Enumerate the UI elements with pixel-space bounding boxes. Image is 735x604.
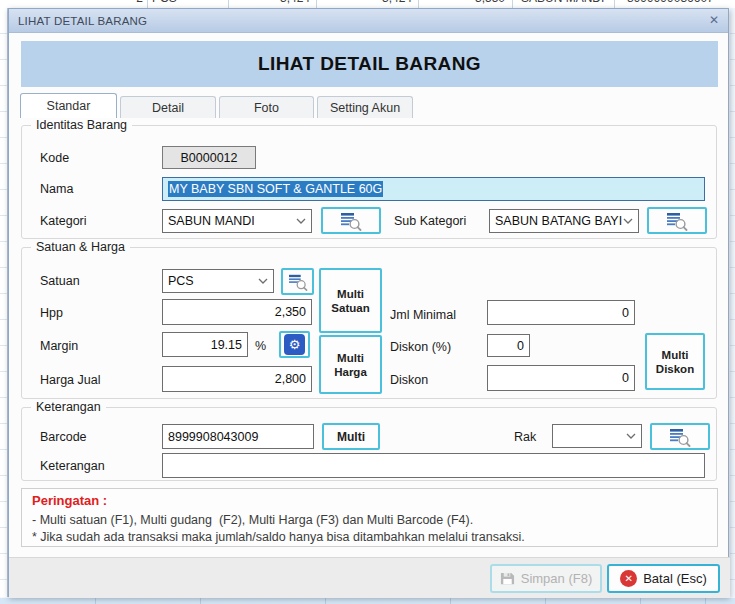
- diskon-label: Diskon: [390, 373, 428, 387]
- button-label: Harga: [334, 365, 367, 379]
- tab-label: Setting Akun: [330, 101, 400, 115]
- satuan-browse-button[interactable]: [281, 268, 314, 295]
- bg-cell: 3,424: [332, 0, 412, 5]
- rak-browse-button[interactable]: [650, 423, 710, 450]
- bg-gridline: [316, 0, 317, 8]
- dialog-titlebar: LIHAT DETAIL BARANG ✕: [9, 9, 728, 33]
- diskon-field[interactable]: 0: [487, 365, 635, 391]
- diskon-persen-value: 0: [517, 339, 524, 353]
- tab-detail[interactable]: Detail: [120, 96, 216, 118]
- kode-value: B0000012: [180, 151, 237, 165]
- bg-cell: SABUN MANDI: [521, 0, 604, 5]
- chevron-down-icon: [626, 433, 636, 439]
- tab-label: Standar: [47, 99, 91, 113]
- multi-diskon-button[interactable]: Multi Diskon: [645, 333, 705, 390]
- groupbox-legend: Keterangan: [31, 400, 106, 414]
- margin-unit-label: %: [255, 339, 266, 353]
- hpp-value: 2,350: [275, 305, 306, 319]
- diskon-persen-label: Diskon (%): [390, 340, 451, 354]
- satuan-label: Satuan: [40, 274, 80, 288]
- kode-label: Kode: [40, 151, 69, 165]
- sub-kategori-dropdown[interactable]: SABUN BATANG BAYI: [489, 209, 639, 233]
- jml-minimal-label: Jml Minimal: [390, 308, 456, 322]
- button-label: Diskon: [656, 362, 694, 376]
- batal-button[interactable]: ✕ Batal (Esc): [607, 564, 720, 593]
- list-search-icon: [665, 211, 689, 231]
- bg-cell: 8999999036607: [627, 0, 714, 5]
- dialog-title: LIHAT DETAIL BARANG: [9, 15, 147, 27]
- chevron-down-icon: [623, 218, 633, 224]
- kategori-dropdown[interactable]: SABUN MANDI: [162, 209, 312, 233]
- chevron-down-icon: [258, 278, 268, 284]
- satuan-dropdown[interactable]: PCS: [162, 269, 274, 293]
- nama-value-selected: MY BABY SBN SOFT & GANTLE 60G: [168, 181, 383, 197]
- button-label: Multi: [337, 287, 364, 301]
- button-label: Multi: [337, 351, 364, 365]
- bg-gridline: [147, 0, 148, 8]
- groupbox-legend: Identitas Barang: [31, 118, 132, 132]
- bg-gridline: [614, 0, 615, 8]
- harga-jual-field[interactable]: 2,800: [162, 366, 312, 392]
- barcode-value: 8999908043009: [168, 430, 258, 444]
- button-label: Multi: [662, 348, 689, 362]
- barcode-field[interactable]: 8999908043009: [162, 424, 314, 449]
- tab-foto[interactable]: Foto: [219, 96, 314, 118]
- chevron-down-icon: [296, 218, 306, 224]
- margin-settings-button[interactable]: ⚙: [279, 331, 310, 358]
- nama-label: Nama: [40, 182, 73, 196]
- kategori-value: SABUN MANDI: [168, 214, 296, 228]
- bg-cell: -2: [60, 0, 143, 5]
- diskon-persen-field[interactable]: 0: [487, 334, 530, 357]
- jml-minimal-value: 0: [622, 306, 629, 320]
- bg-gridline: [512, 0, 513, 8]
- background-left-strip: [0, 8, 8, 597]
- background-right-strip: [730, 8, 735, 597]
- save-icon: [500, 571, 515, 586]
- jml-minimal-field[interactable]: 0: [487, 300, 635, 325]
- multi-barcode-button[interactable]: Multi: [322, 423, 380, 450]
- dialog-lihat-detail-barang: LIHAT DETAIL BARANG ✕ LIHAT DETAIL BARAN…: [8, 8, 729, 597]
- button-label: Batal (Esc): [643, 571, 707, 586]
- dialog-footer: Simpan (F8) ✕ Batal (Esc): [9, 557, 730, 598]
- barcode-label: Barcode: [40, 430, 87, 444]
- rak-dropdown[interactable]: [552, 424, 642, 448]
- kode-field: B0000012: [162, 146, 256, 169]
- hpp-label: Hpp: [40, 306, 63, 320]
- simpan-button[interactable]: Simpan (F8): [490, 564, 602, 593]
- bg-cell: 3,550: [425, 0, 505, 5]
- satuan-value: PCS: [168, 274, 258, 288]
- tab-label: Foto: [254, 101, 279, 115]
- sub-kategori-label: Sub Kategori: [394, 214, 466, 228]
- diskon-value: 0: [622, 371, 629, 385]
- background-table-row: -2 PCS 3,424 3,424 3,550 SABUN MANDI 899…: [0, 0, 735, 8]
- warning-line-2: * Jika sudah ada transaksi maka jumlah/s…: [32, 530, 525, 544]
- kategori-label: Kategori: [40, 214, 87, 228]
- margin-value: 19.15: [211, 338, 242, 352]
- bg-gridline: [228, 0, 229, 8]
- kategori-browse-button[interactable]: [321, 207, 381, 234]
- tab-standar[interactable]: Standar: [20, 93, 117, 118]
- groupbox-keterangan: Keterangan Barcode 8999908043009 Multi R…: [21, 407, 717, 481]
- harga-jual-value: 2,800: [275, 372, 306, 386]
- close-icon[interactable]: ✕: [709, 12, 719, 28]
- gear-icon: ⚙: [284, 334, 305, 355]
- list-search-icon: [287, 273, 309, 291]
- hpp-field[interactable]: 2,350: [162, 299, 312, 325]
- bg-cell: PCS: [152, 0, 177, 5]
- margin-field[interactable]: 19.15: [162, 332, 248, 357]
- list-search-icon: [339, 211, 363, 231]
- tab-setting-akun[interactable]: Setting Akun: [317, 96, 413, 118]
- sub-kategori-value: SABUN BATANG BAYI: [495, 214, 623, 228]
- sub-kategori-browse-button[interactable]: [647, 207, 707, 234]
- harga-jual-label: Harga Jual: [40, 373, 100, 387]
- button-label: Satuan: [331, 301, 369, 315]
- multi-harga-button[interactable]: Multi Harga: [319, 335, 382, 394]
- keterangan-field[interactable]: [162, 453, 705, 478]
- nama-field[interactable]: MY BABY SBN SOFT & GANTLE 60G: [162, 177, 705, 201]
- warning-line-1: - Multi satuan (F1), Multi gudang (F2), …: [32, 513, 473, 527]
- warning-panel: Peringatan : - Multi satuan (F1), Multi …: [21, 488, 718, 547]
- multi-satuan-button[interactable]: Multi Satuan: [319, 268, 382, 333]
- dialog-header-banner: LIHAT DETAIL BARANG: [21, 41, 718, 87]
- rak-label: Rak: [514, 430, 536, 444]
- groupbox-legend: Satuan & Harga: [31, 240, 130, 254]
